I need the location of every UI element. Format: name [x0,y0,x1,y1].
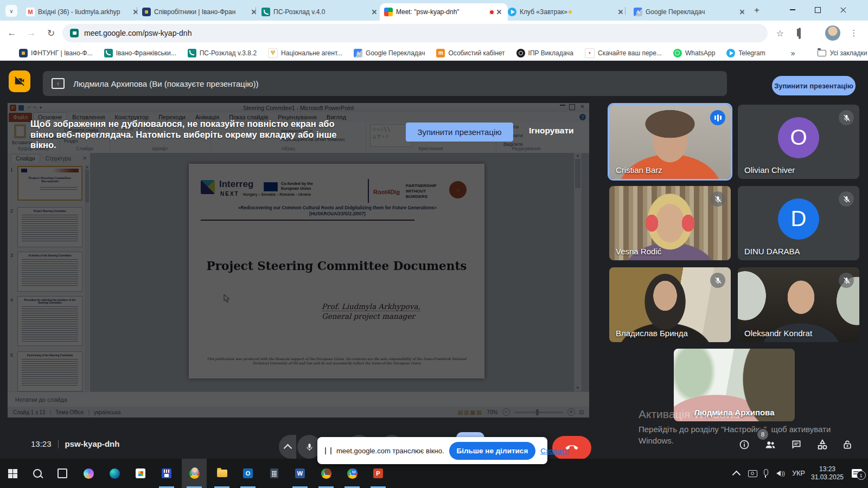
zoom-out-icon[interactable]: − [502,408,510,416]
tab-close-icon[interactable] [495,8,503,16]
ps-rozklad-icon [188,49,196,57]
chrome-active-button[interactable] [182,459,207,488]
outlook-button[interactable]: O [235,459,260,488]
stop-sharing-button[interactable]: Більше не ділитися [449,442,536,460]
chat-icon[interactable] [790,438,803,451]
activities-icon[interactable] [816,438,829,451]
tab-google-translate[interactable]: Google Перекладач [629,3,751,21]
stop-presentation-overlay-button[interactable]: Зупинити презентацію [406,123,513,142]
participant-tile[interactable]: Vesna Rodić [609,186,731,260]
bookmark-item[interactable]: Особистий кабінет [436,49,505,57]
slide-thumbnail[interactable]: Procedure for selecting the members of t… [17,296,82,346]
view-buttons-icons[interactable]: ▤▥▦▧ [458,409,483,415]
participant-tile[interactable]: D DINU DARABA [738,186,859,260]
tray-mic-icon[interactable] [758,459,774,488]
bookmark-item[interactable]: ПС-Розклад v.3.8.2 [188,49,257,57]
hide-toast-link[interactable]: Сховати [540,447,569,455]
mic-options-chevron[interactable] [279,435,296,459]
tray-volume-icon[interactable]: )) [773,459,789,488]
panel-tab-slides[interactable]: Слайди [11,154,40,163]
edge-button[interactable] [102,459,127,488]
slide-thumbnail[interactable]: Project Steering Committee Documents [17,166,82,201]
copilot-button[interactable] [76,459,101,488]
ppt-minimize-icon[interactable] [560,105,565,106]
bookmark-item[interactable]: Національне агент... [268,48,342,58]
tab-telegram-club[interactable]: Клуб «Завтрак»★ [503,3,629,21]
window-maximize-button[interactable] [808,0,827,20]
notifications-button[interactable]: 1 [845,459,868,488]
help-icon[interactable]: ? [579,114,586,120]
camera-blocked-icon[interactable] [9,70,30,92]
bookmark-item[interactable]: Google Перекладач [354,49,425,57]
panel-scrollbar[interactable]: ▲ [85,165,90,390]
store-button[interactable] [128,459,153,488]
reload-icon[interactable]: ↻ [43,25,59,41]
people-icon[interactable] [764,438,777,451]
bookmark-item[interactable]: WhatsApp [673,49,715,57]
zoom-slider[interactable] [514,412,563,413]
stop-presentation-button[interactable]: Зупинити презентацію [772,76,856,95]
slide-thumbnail[interactable]: Activities of the Steering Committee [17,252,82,292]
paste-icon[interactable] [14,124,26,138]
slide-thumbnail[interactable]: Functioning of the Steering Committee [17,351,82,391]
bookmark-item[interactable]: Івано-Франківськи... [104,49,176,57]
floppy-app-button[interactable] [154,459,179,488]
new-tab-button[interactable]: + [750,3,764,17]
star-icon[interactable]: ☆ [773,25,788,41]
participant-tile[interactable]: O Olivian Chiver [738,105,859,179]
ppt-notes-bar[interactable]: Нотатки до слайда [8,391,589,407]
back-icon[interactable]: ← [4,25,20,41]
bookmark-item[interactable]: ІФНТУНГ | Івано-Ф... [19,49,93,57]
paste-button[interactable]: Вставити [12,140,31,145]
address-bar[interactable]: meet.google.com/psw-kyap-dnh [62,24,768,42]
tab-staff[interactable]: Співробітники | Івано-Фран [138,3,263,21]
start-button[interactable] [0,459,25,488]
tray-chevron[interactable] [728,459,744,488]
slide-footer: This publication was produced with the f… [204,357,469,365]
task-view-button[interactable] [50,459,75,488]
bookmark-item[interactable]: Telegram [726,49,765,57]
participant-tile[interactable]: Владислав Бринда [609,267,731,342]
ppt-close-icon[interactable]: ✕ [580,104,585,110]
fit-window-icon[interactable]: ⊡ [579,409,584,415]
tray-clock[interactable]: 13:23 31.03.2025 [809,459,845,488]
meet-cam-icon [70,29,79,37]
tab-close-icon[interactable] [370,8,379,16]
bookmark-item[interactable]: ІПР Викладача [516,49,573,57]
info-icon[interactable] [738,438,751,451]
explorer-button[interactable] [209,459,234,488]
calculator-button[interactable] [261,459,286,488]
bookmarks-overflow-icon[interactable]: » [791,49,795,57]
window-minimize-button[interactable] [783,0,802,20]
host-controls-icon[interactable] [841,438,854,451]
ppt-maximize-icon[interactable] [569,104,575,110]
tab-ps-rozklad[interactable]: ПС-Розклад v.4.0 [257,3,383,21]
ppt-tab-file[interactable]: Файл [9,113,32,122]
ps-rozklad-icon [104,49,113,57]
word-button[interactable]: W [288,459,312,488]
eu-flag-icon [264,182,278,191]
tab-gmail[interactable]: Вхідні (36) - liudmyla.arkhyp [22,3,144,21]
tray-language[interactable]: УКР [788,459,809,488]
tab-close-icon[interactable] [616,8,625,16]
side-panel-icon[interactable] [799,29,801,38]
tab-search-icon[interactable]: ∨ [5,5,17,17]
panel-tab-outline[interactable]: Структура [41,155,75,163]
tab-meet-active[interactable]: Meet: "psw-kyap-dnh" [380,3,508,21]
slide-scrollbar[interactable]: ▲▼ [574,153,582,391]
taskbar-search-button[interactable] [25,459,50,488]
participant-tile[interactable]: Cristian Barz [609,105,731,179]
tab-close-icon[interactable] [738,8,746,16]
forward-icon[interactable]: → [24,25,39,41]
window-close-button[interactable] [834,0,853,20]
panel-close-icon[interactable]: ✕ [82,156,87,161]
ignore-button[interactable]: Ігнорувати [529,126,574,136]
all-bookmarks-button[interactable]: Усі закладки [818,49,867,57]
participant-tile[interactable]: Oleksandr Kondrat [738,267,859,342]
menu-dots-icon[interactable]: ⋮ [846,25,861,41]
zoom-in-icon[interactable]: + [567,408,575,416]
slide-thumbnail[interactable]: Project Steering Committee [17,207,82,247]
sharing-toast: meet.google.com транслює вікно. Більше н… [317,437,547,464]
bookmark-item[interactable]: Скачайте ваш пере... [585,48,662,58]
profile-avatar[interactable] [825,25,840,41]
